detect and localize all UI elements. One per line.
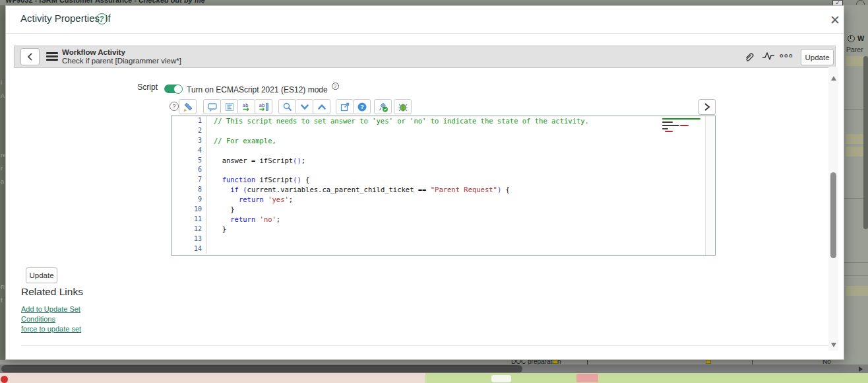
code-text: // For example, (207, 136, 276, 146)
line-number: 1 (171, 116, 207, 126)
horizontal-scrollbar-thumb[interactable] (1, 365, 522, 372)
editor-help-button[interactable]: ? (353, 99, 371, 114)
horizontal-scrollbar[interactable] (0, 365, 868, 373)
toolbar-update-button[interactable]: Update (801, 49, 834, 65)
close-icon[interactable]: ✕ (826, 11, 844, 28)
code-line: 2 (171, 126, 715, 136)
link-add-to-update-set[interactable]: Add to Update Set (21, 304, 81, 314)
editor-toolbar-group (278, 99, 330, 114)
script-code-editor[interactable]: 1// This script needs to set answer to '… (171, 116, 716, 256)
title-help-icon[interactable]: ? (96, 13, 108, 24)
code-text (207, 126, 214, 136)
line-number: 9 (171, 195, 207, 205)
check-syntax-icon (378, 102, 388, 112)
editor-minimap[interactable] (662, 118, 703, 132)
chevron-down-icon (299, 102, 310, 112)
expand-toolbar-button[interactable] (698, 99, 716, 115)
code-text (207, 244, 214, 254)
background-top-bar: WF9032 - ISRM Customer Assurance - Check… (0, 0, 868, 5)
back-button[interactable] (20, 48, 40, 65)
more-options-icon[interactable]: ooo (780, 52, 793, 59)
search-button[interactable] (278, 99, 296, 114)
bg-left-fragment: i (1, 79, 2, 86)
background-divider (844, 275, 868, 276)
desktop-shape (491, 375, 511, 382)
syntax-highlight-button[interactable] (179, 99, 197, 114)
desktop-strip-left (0, 373, 425, 383)
editor-toolbar-group (179, 99, 197, 114)
syntax-highlight-icon (183, 102, 193, 112)
code-text: return 'no'; (207, 215, 280, 225)
code-line: 6 (171, 165, 715, 175)
code-lines: 1// This script needs to set answer to '… (171, 116, 715, 254)
header-divider (6, 33, 844, 34)
related-links-list: Add to Update Set Conditions force to up… (21, 304, 81, 333)
scroll-up-arrow-icon[interactable] (831, 76, 836, 81)
line-number: 11 (171, 215, 207, 225)
background-help-icon (856, 0, 865, 5)
script-field-label: Script (135, 83, 158, 92)
line-number: 13 (171, 234, 207, 244)
editor-toolbar-group: ? (336, 99, 371, 114)
link-conditions[interactable]: Conditions (21, 314, 81, 324)
chevron-left-icon (26, 52, 34, 61)
open-in-window-icon (340, 102, 350, 112)
help-icon: ? (357, 102, 367, 112)
background-yellow-icon (553, 360, 558, 364)
editor-help-icon[interactable]: ? (170, 102, 179, 111)
context-menu-icon[interactable] (46, 52, 58, 62)
code-line: 1// This script needs to set answer to '… (171, 116, 715, 126)
open-in-window-button[interactable] (336, 99, 354, 114)
find-previous-button[interactable] (313, 99, 330, 114)
replace-all-button[interactable]: ab (255, 99, 272, 114)
link-force-to-update-set[interactable]: force to update set (21, 324, 81, 334)
search-icon (282, 102, 293, 112)
desktop-strip (0, 373, 868, 383)
desktop-shape (576, 374, 598, 382)
background-label: W (857, 34, 864, 42)
replace-all-icon: ab (259, 102, 269, 112)
line-number: 10 (171, 205, 207, 215)
dialog-scrollbar[interactable] (828, 67, 838, 351)
scroll-right-arrow-icon[interactable] (859, 366, 863, 372)
background-bottom-area: DOC preparation No (0, 360, 868, 383)
activity-waveform-icon[interactable] (762, 50, 775, 62)
code-text (207, 146, 214, 156)
comment-button[interactable] (203, 99, 221, 114)
line-number: 3 (171, 136, 207, 146)
find-next-button[interactable] (295, 99, 313, 114)
check-syntax-button[interactable] (374, 99, 392, 114)
activity-properties-dialog: Activity Properties: If ? ✕ Workflow Act… (5, 5, 844, 360)
background-parent-label: Parer (846, 46, 863, 53)
replace-button[interactable]: ab (237, 99, 255, 114)
replace-icon: ab (241, 102, 252, 112)
related-links-title: Related Links (21, 286, 83, 298)
editor-toolbar-group (374, 99, 412, 114)
browser-scrollbar-thumb[interactable] (863, 56, 868, 229)
line-number: 7 (171, 175, 207, 185)
code-text: } (207, 205, 235, 215)
editor-scrollbar[interactable] (705, 116, 715, 255)
code-line: 14 (171, 244, 715, 254)
line-number: 6 (171, 165, 207, 175)
background-table-cell (846, 286, 868, 296)
line-number: 8 (171, 185, 207, 195)
code-text: function ifScript() { (207, 175, 309, 185)
scroll-down-arrow-icon[interactable] (831, 343, 836, 347)
line-number: 12 (171, 225, 207, 234)
paperclip-icon[interactable] (743, 50, 755, 63)
update-button[interactable]: Update (26, 267, 57, 283)
format-code-icon (224, 102, 235, 112)
toggle-knob (173, 85, 183, 94)
svg-text:ab: ab (242, 102, 249, 108)
bg-left-fragment: a (1, 178, 4, 185)
debug-button[interactable] (394, 99, 412, 114)
ecmascript-toggle[interactable] (164, 85, 182, 93)
code-line: 7 function ifScript() { (171, 175, 715, 185)
format-code-button[interactable] (220, 99, 238, 114)
line-number: 5 (171, 156, 207, 166)
bg-left-fragment: r (1, 165, 3, 172)
toggle-help-icon[interactable]: ? (332, 83, 339, 90)
dialog-scrollbar-thumb[interactable] (830, 172, 836, 258)
line-number: 2 (171, 126, 207, 136)
